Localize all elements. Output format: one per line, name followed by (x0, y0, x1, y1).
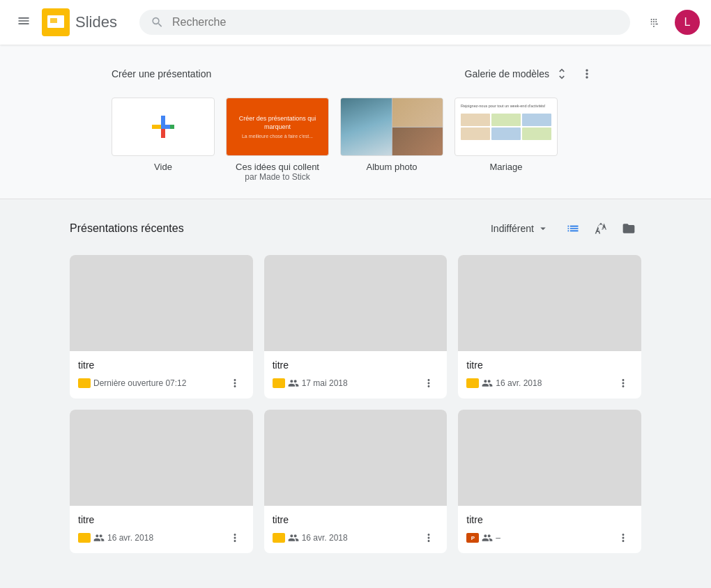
album-cell-top (392, 98, 443, 127)
more-options-icon-5 (617, 532, 629, 544)
plus-icon (146, 110, 180, 144)
more-options-button-5[interactable] (613, 528, 633, 548)
presentation-date-1: 17 mai 2018 (302, 378, 348, 388)
presentation-meta-left-3: 16 avr. 2018 (78, 532, 153, 543)
presentation-meta-left-2: 16 avr. 2018 (466, 378, 542, 389)
presentation-name-5: titre (466, 514, 633, 525)
app-name: Slides (75, 13, 117, 31)
presentation-meta-left-0: Dernière ouverture 07:12 (78, 378, 186, 388)
shared-icon-3 (93, 532, 105, 543)
sort-dropdown[interactable]: Indifférent (491, 222, 549, 235)
more-options-button-0[interactable] (225, 373, 245, 393)
album-cell-bottom (392, 127, 443, 156)
template-made-to-stick[interactable]: Créer des présentations qui marquent La … (226, 98, 329, 182)
album-photo-label: Album photo (367, 162, 418, 172)
shared-icon-5 (482, 532, 493, 543)
more-options-button-1[interactable] (419, 373, 438, 393)
sort-alpha-button[interactable] (588, 216, 613, 241)
mariage-cell-4 (461, 127, 490, 140)
presentation-info-2: titre 16 avr. 2018 (458, 351, 641, 399)
mariage-cell-1 (461, 114, 490, 126)
mariage-label: Mariage (490, 162, 523, 172)
presentation-card-1[interactable]: titre 17 mai 2018 (264, 255, 448, 399)
album-cell-bridge (341, 98, 392, 155)
mariage-cell-6 (522, 127, 551, 140)
mariage-cell-2 (491, 114, 521, 126)
mariage-cell-3 (522, 114, 551, 126)
shared-icon-1 (288, 378, 299, 389)
presentation-date-0: Dernière ouverture 07:12 (93, 378, 186, 388)
template-blank[interactable]: Vide (112, 98, 215, 172)
presentation-info-4: titre 16 avr. 2018 (264, 506, 448, 553)
presentation-meta-left-4: 16 avr. 2018 (273, 532, 348, 543)
presentation-card-0[interactable]: titre Dernière ouverture 07:12 (70, 255, 253, 399)
svg-rect-2 (50, 18, 57, 23)
folder-view-icon (622, 222, 636, 235)
presentation-date-3: 16 avr. 2018 (107, 533, 153, 543)
gallery-sort-button[interactable] (555, 67, 569, 81)
presentation-name-3: titre (78, 514, 245, 525)
user-avatar[interactable]: L (675, 10, 700, 35)
presentation-card-3[interactable]: titre 16 avr. 2018 (70, 410, 253, 553)
presentation-name-1: titre (273, 359, 439, 371)
shared-icon-2 (482, 378, 493, 389)
folder-view-button[interactable] (616, 216, 641, 241)
slides-icon-0 (78, 378, 91, 388)
mariage-thumbnail: Rejoignez-nous pour tout un week-end d'a… (454, 98, 558, 156)
more-options-icon-1 (422, 377, 435, 389)
presentation-name-0: titre (78, 359, 245, 371)
list-view-button[interactable] (560, 216, 586, 241)
presentation-date-2: 16 avr. 2018 (496, 378, 542, 388)
recent-header: Présentations récentes Indifférent (70, 216, 641, 241)
made-to-stick-thumbnail: Créer des présentations qui marquent La … (226, 98, 329, 156)
more-options-button-3[interactable] (225, 528, 245, 548)
presentation-thumb-1 (264, 255, 448, 351)
slides-icon-1 (273, 378, 285, 388)
recent-controls: Indifférent (491, 216, 641, 241)
presentation-name-2: titre (466, 359, 633, 371)
more-options-button-2[interactable] (613, 373, 633, 393)
presentation-thumb-0 (70, 255, 253, 351)
presentation-card-5[interactable]: titre P – (458, 410, 641, 553)
template-album-photo[interactable]: Album photo (340, 98, 443, 172)
create-section-header: Créer une présentation Galerie de modèle… (112, 61, 599, 86)
gallery-label: Galerie de modèles (465, 68, 549, 79)
presentation-card-4[interactable]: titre 16 avr. 2018 (264, 410, 448, 553)
mariage-thumb-header: Rejoignez-nous pour tout un week-end d'a… (461, 104, 551, 108)
recent-section: Présentations récentes Indifférent (0, 199, 711, 570)
powerpoint-icon-5: P (466, 533, 479, 543)
search-input[interactable] (172, 16, 619, 29)
search-bar[interactable] (139, 10, 630, 35)
mariage-cell-5 (491, 127, 521, 140)
made-thumb-subtitle: La meilleure chose à faire c'est... (242, 134, 313, 139)
more-options-button-4[interactable] (419, 528, 438, 548)
header-right: L (641, 8, 700, 36)
made-to-stick-label: Ces idées qui collent (236, 162, 319, 172)
more-options-icon-2 (617, 377, 629, 389)
presentation-name-4: titre (273, 514, 439, 525)
app-logo[interactable]: Slides (42, 8, 117, 36)
slides-icon-2 (466, 378, 479, 388)
presentation-date-5: – (496, 533, 500, 543)
header: Slides L (0, 0, 711, 45)
presentation-thumb-3 (70, 410, 253, 506)
sort-label: Indifférent (491, 223, 534, 234)
presentation-info-1: titre 17 mai 2018 (264, 351, 448, 399)
presentation-meta-3: 16 avr. 2018 (78, 528, 245, 548)
hamburger-menu-icon[interactable] (11, 8, 36, 37)
template-mariage[interactable]: Rejoignez-nous pour tout un week-end d'a… (454, 98, 558, 172)
create-section-title: Créer une présentation (112, 68, 211, 79)
presentation-meta-left-5: P – (466, 532, 500, 543)
presentation-card-2[interactable]: titre 16 avr. 2018 (458, 255, 641, 399)
apps-grid-button[interactable] (641, 8, 669, 36)
list-view-icon (566, 222, 580, 235)
gallery-more-button[interactable] (574, 61, 599, 86)
shared-icon-4 (288, 532, 299, 543)
presentation-meta-4: 16 avr. 2018 (273, 528, 439, 548)
slides-logo-icon (42, 8, 70, 36)
blank-label: Vide (154, 162, 172, 172)
sort-alpha-icon (594, 222, 608, 235)
presentation-meta-0: Dernière ouverture 07:12 (78, 373, 245, 393)
presentation-thumb-4 (264, 410, 448, 506)
more-options-icon-0 (229, 377, 241, 389)
